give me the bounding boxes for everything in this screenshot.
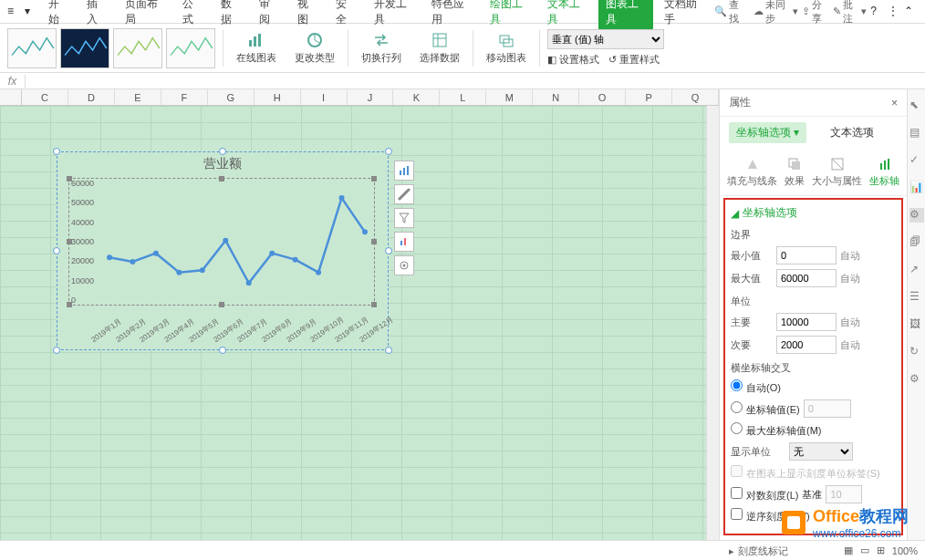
reset-style-button[interactable]: ↺ 重置样式 (608, 53, 660, 67)
task-tool-icon[interactable]: ✓ (909, 153, 924, 168)
col-header[interactable]: L (440, 89, 486, 105)
minor-auto[interactable]: 自动 (840, 338, 860, 352)
col-header[interactable]: C (22, 89, 68, 105)
chart-style-1[interactable] (7, 28, 57, 68)
tab-review[interactable]: 审阅 (252, 0, 286, 31)
max-axis-radio[interactable]: 最大坐标轴值(M) (731, 422, 822, 438)
chart-elements-button[interactable] (394, 161, 414, 181)
col-header[interactable]: G (208, 89, 255, 105)
resize-handle[interactable] (53, 247, 60, 254)
switch-rc-button[interactable]: 切换行列 (356, 29, 407, 67)
resize-handle[interactable] (53, 347, 60, 354)
tab-dev[interactable]: 开发工具 (367, 0, 421, 31)
props-tool-icon[interactable]: ⚙ (909, 208, 924, 223)
style-tool-icon[interactable]: ▤ (909, 126, 924, 140)
axis-value-radio[interactable]: 坐标轴值(E) (731, 401, 800, 417)
resize-handle[interactable] (385, 247, 392, 254)
resize-handle[interactable] (53, 148, 60, 155)
col-header[interactable]: H (255, 89, 301, 105)
minor-input[interactable] (776, 336, 837, 354)
resize-handle[interactable] (219, 347, 226, 354)
refresh-tool-icon[interactable]: ↻ (909, 345, 924, 359)
spreadsheet-grid[interactable]: C D E F G H I J K L M N O P Q 营业额 (0, 89, 719, 540)
log-scale-checkbox[interactable]: 对数刻度(L) (731, 487, 798, 503)
col-header[interactable]: J (348, 89, 394, 105)
chart-styles-button[interactable] (394, 184, 414, 204)
axis-options-section[interactable]: ◢ 坐标轴选项 (731, 205, 896, 221)
chart-style-4[interactable] (166, 28, 215, 68)
tab-insert[interactable]: 插入 (79, 0, 114, 31)
tab-text-tool[interactable]: 文本工具 (540, 0, 595, 31)
col-header[interactable]: F (161, 89, 208, 105)
tab-drawing[interactable]: 绘图工具 (483, 0, 537, 31)
app-menu-icon[interactable]: ≡ (7, 5, 21, 19)
fill-line-tab[interactable]: 填充与线条 (727, 156, 777, 188)
col-header[interactable]: Q (672, 89, 719, 105)
chart-filter-button[interactable] (394, 208, 414, 228)
chart-line-series[interactable] (100, 179, 374, 306)
chart-style-3[interactable] (113, 28, 162, 68)
tab-doc-helper[interactable]: 文档助手 (657, 0, 712, 31)
major-input[interactable] (776, 313, 837, 331)
tab-layout[interactable]: 页面布局 (118, 0, 172, 31)
tab-view[interactable]: 视图 (290, 0, 325, 31)
more-icon[interactable]: ⋮ (888, 5, 901, 19)
tab-start[interactable]: 开始 (41, 0, 76, 31)
effects-tab[interactable]: 效果 (785, 156, 805, 188)
resize-handle[interactable] (219, 148, 226, 155)
chart-title[interactable]: 营业额 (57, 152, 388, 176)
online-chart-button[interactable]: 在线图表 (231, 29, 282, 67)
col-header[interactable]: I (301, 89, 348, 105)
col-header[interactable]: E (115, 89, 161, 105)
dropdown-icon[interactable]: ▾ (25, 5, 38, 19)
chart-settings-button[interactable] (394, 255, 414, 275)
help-icon[interactable]: ? (870, 5, 884, 19)
tab-text-options[interactable]: 文本选项 (823, 122, 881, 143)
chart-style-gallery[interactable] (7, 28, 215, 68)
collapse-icon[interactable]: ⌃ (904, 5, 918, 19)
max-input[interactable] (776, 269, 837, 287)
vertical-scrollbar[interactable] (706, 106, 719, 540)
chart-tool-icon[interactable]: 📊 (909, 181, 924, 195)
move-chart-button[interactable]: 移动图表 (481, 29, 532, 67)
resize-handle[interactable] (385, 148, 392, 155)
col-header[interactable]: M (486, 89, 533, 105)
col-header[interactable]: O (579, 89, 626, 105)
major-auto[interactable]: 自动 (840, 316, 860, 329)
tab-formula[interactable]: 公式 (175, 0, 210, 31)
resize-handle[interactable] (385, 347, 392, 354)
col-header[interactable]: D (68, 89, 115, 105)
min-input[interactable] (776, 246, 837, 264)
list-tool-icon[interactable]: ☰ (909, 290, 924, 305)
image-tool-icon[interactable]: 🖼 (909, 317, 924, 332)
col-header[interactable]: K (393, 89, 440, 105)
select-data-button[interactable]: 选择数据 (414, 29, 465, 67)
fx-icon[interactable]: fx (0, 75, 26, 88)
close-icon[interactable]: × (891, 97, 898, 109)
axis-tab[interactable]: 坐标轴 (869, 156, 899, 188)
chart-style-2[interactable] (60, 28, 109, 68)
export-tool-icon[interactable]: ↗ (909, 263, 924, 277)
chart-format-button[interactable] (394, 232, 414, 252)
tab-data[interactable]: 数据 (213, 0, 248, 31)
share-button[interactable]: ⇪ 分享 (802, 0, 829, 26)
col-header[interactable]: P (626, 89, 672, 105)
display-unit-select[interactable]: 无 (789, 442, 853, 461)
tab-special[interactable]: 特色应用 (424, 0, 479, 31)
tickmark-section[interactable]: ▸ 刻度线标记 (720, 537, 907, 560)
tab-axis-options[interactable]: 坐标轴选项 ▾ (729, 122, 806, 143)
size-props-tab[interactable]: 大小与属性 (812, 156, 862, 188)
auto-radio[interactable]: 自动(O) (731, 379, 781, 395)
plot-area[interactable]: 0100002000030000400005000060000 (68, 178, 375, 306)
set-format-button[interactable]: ◧ 设置格式 (547, 53, 599, 67)
settings-tool-icon[interactable]: ⚙ (909, 372, 924, 387)
min-auto[interactable]: 自动 (840, 249, 860, 263)
select-all-corner[interactable] (0, 89, 22, 105)
comment-button[interactable]: ✎ 批注 ▾ (833, 0, 867, 26)
sync-status[interactable]: ☁ 未同步 ▾ (754, 0, 798, 26)
selection-tool-icon[interactable]: ⬉ (909, 99, 924, 113)
col-header[interactable]: N (533, 89, 579, 105)
embedded-chart[interactable]: 营业额 0100002000030000400005000060000 2019… (57, 151, 389, 350)
max-auto[interactable]: 自动 (840, 272, 860, 285)
tab-chart-tool[interactable]: 图表工具 (598, 0, 653, 31)
